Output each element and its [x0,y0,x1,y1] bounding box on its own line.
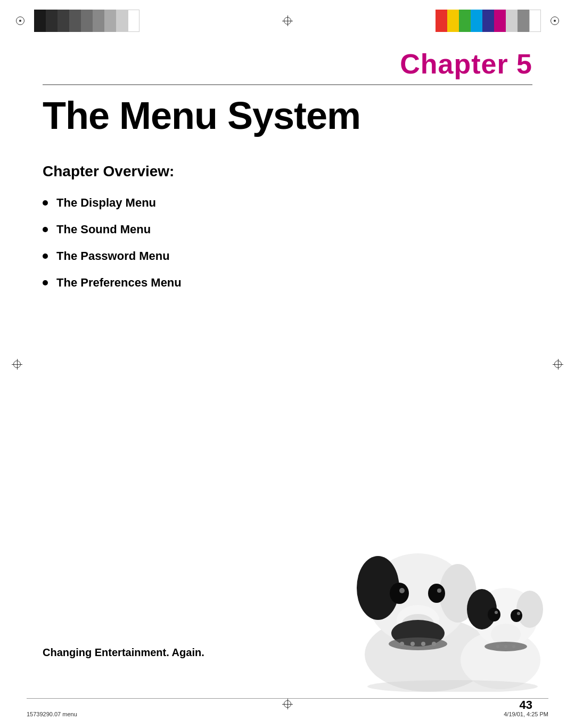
svg-point-8 [437,588,441,593]
list-item: The Display Menu [43,196,532,210]
list-item: The Preferences Menu [43,276,532,290]
svg-point-24 [511,609,522,622]
svg-point-25 [517,612,520,615]
bullet-dot [43,200,48,206]
list-item-label: The Sound Menu [56,223,151,236]
svg-point-29 [496,645,499,648]
svg-point-21 [516,591,543,628]
chapter-header: Chapter 5 [0,32,575,80]
list-item: The Password Menu [43,249,532,263]
page-title: The Menu System [43,96,532,136]
footer-timestamp: 4/19/01, 4:25 PM [504,711,548,717]
main-content: The Menu System Chapter Overview: The Di… [0,85,575,290]
svg-point-7 [428,584,445,603]
svg-point-14 [400,642,404,646]
svg-point-5 [390,583,409,604]
svg-point-23 [495,611,498,614]
bullet-dot [43,280,48,285]
list-item-label: The Password Menu [56,249,170,263]
chapter-overview-heading: Chapter Overview: [43,163,532,180]
svg-point-22 [488,608,500,621]
dog-image [325,505,543,692]
svg-point-30 [504,645,507,648]
chapter-overview-list: The Display Menu The Sound Menu The Pass… [43,196,532,290]
svg-point-13 [389,637,447,650]
list-item-label: The Preferences Menu [56,276,182,290]
chapter-title: Chapter 5 [0,48,532,80]
left-color-bars [34,10,139,32]
bottom-reg-mark [282,699,293,709]
list-item: The Sound Menu [43,223,532,236]
image-caption: Changing Entertainment. Again. [43,647,204,659]
right-mid-crosshair [553,359,563,370]
list-item-label: The Display Menu [56,196,156,210]
right-color-bars [436,10,541,32]
svg-point-31 [512,645,515,648]
top-left-reg-mark [16,17,24,25]
page-number: 43 [520,698,532,712]
top-center-crosshair [282,15,293,26]
footer: 15739290.07 menu 4/19/01, 4:25 PM [27,711,548,717]
bullet-dot [43,253,48,259]
svg-point-15 [410,642,415,646]
footer-file-name: 15739290.07 menu [27,711,77,717]
top-registration-bar [0,0,575,32]
svg-point-16 [421,642,425,646]
svg-point-17 [432,642,436,646]
bottom-crosshair [282,699,293,709]
left-mid-crosshair [12,359,22,370]
bullet-dot [43,227,48,232]
svg-point-6 [399,588,405,593]
top-right-reg-mark [551,17,559,25]
